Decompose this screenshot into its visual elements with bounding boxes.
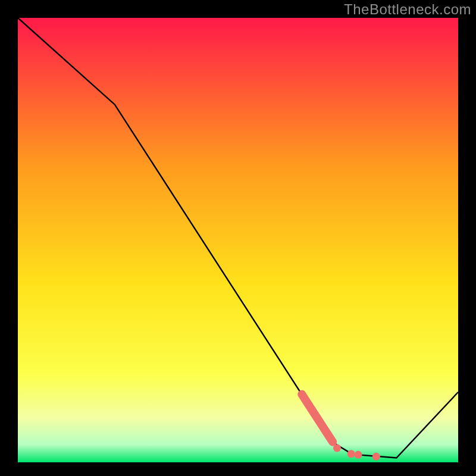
- highlight-dot: [372, 453, 380, 461]
- highlight-dot: [333, 444, 341, 452]
- plot-background: [18, 18, 458, 462]
- bottleneck-chart: [0, 0, 476, 476]
- highlight-dot: [347, 450, 355, 458]
- watermark-text: TheBottleneck.com: [344, 1, 471, 18]
- chart-stage: TheBottleneck.com: [0, 0, 476, 476]
- highlight-dot: [355, 451, 362, 459]
